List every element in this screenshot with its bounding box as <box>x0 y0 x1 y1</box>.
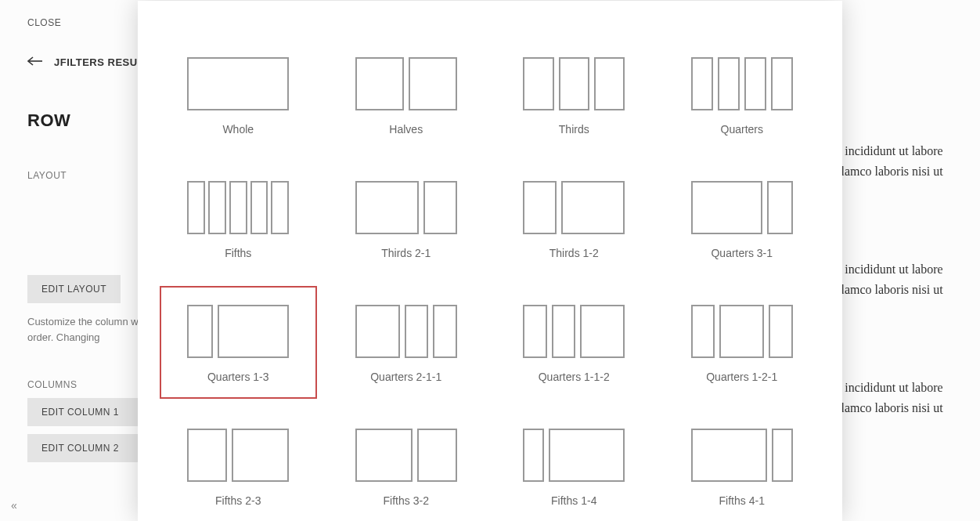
layout-thumb-icon <box>691 429 793 482</box>
layout-thumb-icon <box>187 305 289 358</box>
layout-option-fifths[interactable]: Fifths <box>160 162 317 275</box>
layout-option-label: Quarters 3-1 <box>673 247 812 259</box>
layout-option-thirds-2-1[interactable]: Thirds 2-1 <box>328 162 485 275</box>
layout-option-whole[interactable]: Whole <box>160 38 317 151</box>
layout-thumb-icon <box>523 429 625 482</box>
layout-option-quarters[interactable]: Quarters <box>664 38 821 151</box>
layout-thumb-icon <box>187 57 289 110</box>
layout-option-label: Fifths 4-1 <box>673 494 812 507</box>
layout-option-fifths-2-3[interactable]: Fifths 2-3 <box>160 410 317 521</box>
layout-option-label: Quarters 1-3 <box>169 371 308 383</box>
layout-picker-modal: WholeHalvesThirdsQuartersFifthsThirds 2-… <box>138 1 842 521</box>
layout-option-quarters-3-1[interactable]: Quarters 3-1 <box>664 162 821 275</box>
layout-option-thirds[interactable]: Thirds <box>495 38 653 151</box>
layout-option-label: Halves <box>337 123 476 136</box>
layout-option-label: Fifths 2-3 <box>169 494 308 507</box>
layout-option-label: Thirds 1-2 <box>505 247 643 259</box>
layout-option-quarters-1-1-2[interactable]: Quarters 1-1-2 <box>495 286 653 399</box>
layout-option-quarters-2-1-1[interactable]: Quarters 2-1-1 <box>328 286 485 399</box>
layout-option-thirds-1-2[interactable]: Thirds 1-2 <box>495 162 653 275</box>
layout-option-label: Whole <box>169 123 308 136</box>
layout-option-label: Thirds <box>505 123 643 136</box>
layout-option-label: Quarters <box>673 123 812 136</box>
layout-thumb-icon <box>187 181 289 234</box>
layout-grid: WholeHalvesThirdsQuartersFifthsThirds 2-… <box>138 1 842 521</box>
layout-option-label: Thirds 2-1 <box>337 247 476 259</box>
layout-thumb-icon <box>355 305 457 358</box>
layout-thumb-icon <box>355 429 457 482</box>
layout-option-label: Quarters 2-1-1 <box>337 371 476 383</box>
layout-thumb-icon <box>691 57 793 110</box>
layout-thumb-icon <box>523 305 625 358</box>
layout-option-label: Quarters 1-2-1 <box>673 371 812 383</box>
layout-option-fifths-3-2[interactable]: Fifths 3-2 <box>328 410 485 521</box>
layout-thumb-icon <box>355 181 457 234</box>
layout-option-label: Fifths <box>169 247 308 259</box>
layout-option-quarters-1-3[interactable]: Quarters 1-3 <box>160 286 317 399</box>
layout-option-halves[interactable]: Halves <box>328 38 485 151</box>
layout-option-label: Quarters 1-1-2 <box>505 371 643 383</box>
layout-thumb-icon <box>187 429 289 482</box>
layout-option-fifths-4-1[interactable]: Fifths 4-1 <box>664 410 821 521</box>
layout-option-quarters-1-2-1[interactable]: Quarters 1-2-1 <box>664 286 821 399</box>
layout-thumb-icon <box>523 57 625 110</box>
layout-option-label: Fifths 1-4 <box>505 494 643 507</box>
layout-thumb-icon <box>691 305 793 358</box>
layout-thumb-icon <box>355 57 457 110</box>
layout-option-label: Fifths 3-2 <box>337 494 476 507</box>
layout-thumb-icon <box>523 181 625 234</box>
layout-thumb-icon <box>691 181 793 234</box>
layout-option-fifths-1-4[interactable]: Fifths 1-4 <box>495 410 653 521</box>
